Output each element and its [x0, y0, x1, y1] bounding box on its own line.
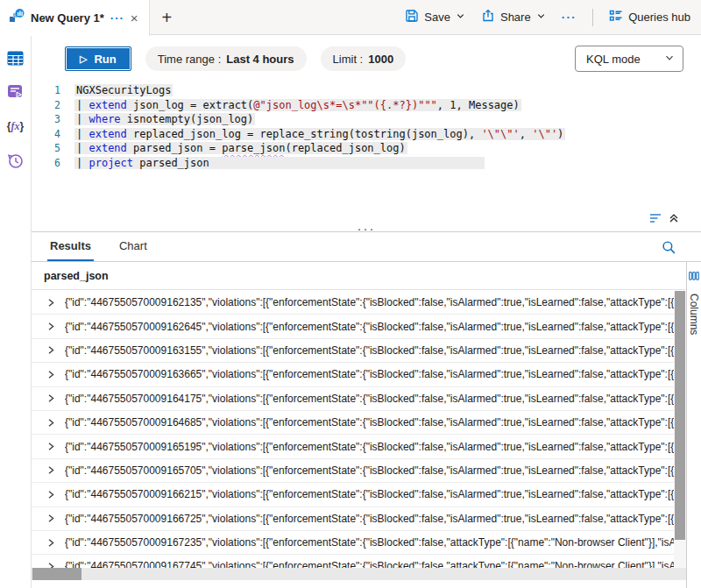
result-row[interactable]: {"id":"4467550570009164175","violations"… — [32, 387, 674, 411]
tab-results[interactable]: Results — [47, 232, 94, 261]
result-row[interactable]: {"id":"4467550570009165705","violations"… — [32, 459, 674, 483]
data-tables-icon[interactable] — [6, 48, 25, 67]
editor-line[interactable]: 3| where isnotempty(json_log) — [32, 112, 701, 127]
new-tab-button[interactable]: + — [162, 9, 173, 26]
more-actions-button[interactable]: ··· — [562, 11, 577, 24]
horizontal-scrollbar-thumb[interactable] — [32, 568, 81, 580]
row-json-cell: {"id":"4467550570009165195","violations"… — [65, 441, 674, 453]
search-icon[interactable] — [662, 240, 676, 259]
expand-row-icon[interactable] — [46, 514, 55, 523]
row-json-cell: {"id":"4467550570009167235","violations"… — [65, 536, 674, 549]
line-number: 3 — [32, 113, 74, 125]
expand-row-icon[interactable] — [46, 562, 55, 568]
play-icon: ▷ — [80, 54, 87, 64]
result-row[interactable]: {"id":"4467550570009162645","violations"… — [32, 315, 674, 338]
share-label: Share — [500, 11, 531, 24]
expand-row-icon[interactable] — [46, 370, 55, 379]
query-history-icon[interactable] — [6, 151, 25, 170]
collapse-editor-icon[interactable] — [668, 212, 680, 224]
result-row[interactable]: {"id":"4467550570009164685","violations"… — [32, 411, 674, 435]
result-row[interactable]: {"id":"4467550570009167745","violations"… — [32, 555, 674, 568]
result-row[interactable]: {"id":"4467550570009166725","violations"… — [32, 507, 674, 531]
time-range-pill[interactable]: Time range : Last 4 hours — [145, 46, 307, 71]
tab-more-icon[interactable]: ··· — [110, 11, 124, 25]
row-json-cell: {"id":"4467550570009164175","violations"… — [65, 393, 674, 405]
queries-hub-icon — [609, 9, 623, 25]
expand-row-icon[interactable] — [46, 418, 55, 428]
row-json-cell: {"id":"4467550570009162645","violations"… — [65, 321, 674, 333]
expand-row-icon[interactable] — [46, 393, 55, 403]
time-range-label: Time range : — [158, 53, 222, 66]
row-json-cell: {"id":"4467550570009165705","violations"… — [65, 464, 674, 477]
line-number: 2 — [32, 99, 74, 111]
editor-lines: 1NGXSecurityLogs2| extend json_log = ext… — [32, 83, 701, 170]
editor-line[interactable]: 4| extend replaced_json_log = replace_st… — [32, 127, 701, 142]
header-divider — [592, 9, 593, 26]
functions-icon[interactable]: {fx} — [6, 117, 25, 136]
save-button[interactable]: Save — [405, 9, 465, 25]
code-text: NGXSecurityLogs — [74, 84, 173, 96]
tab-new-query-1[interactable]: New Query 1* ··· × — [0, 0, 150, 36]
editor-actions — [648, 212, 680, 224]
kql-mode-dropdown[interactable]: KQL mode — [575, 46, 683, 72]
expand-row-icon[interactable] — [46, 345, 55, 355]
results-panel: Results Chart parsed_json {"id":"4467550… — [32, 232, 701, 588]
result-row[interactable]: {"id":"4467550570009165195","violations"… — [32, 435, 674, 458]
chevron-down-icon — [536, 11, 546, 24]
code-text: | extend replaced_json_log = replace_str… — [74, 128, 565, 140]
result-row[interactable]: {"id":"4467550570009162135","violations"… — [32, 291, 674, 315]
line-number: 1 — [32, 84, 74, 96]
code-text: | project parsed_json — [74, 157, 485, 169]
saved-queries-icon[interactable] — [6, 82, 25, 102]
results-grid: parsed_json {"id":"4467550570009162135",… — [32, 262, 701, 588]
editor-line[interactable]: 6| project parsed_json — [32, 156, 701, 171]
azure-data-explorer-app: New Query 1* ··· × + Save — [0, 0, 701, 588]
run-label: Run — [94, 53, 116, 66]
save-icon — [405, 9, 419, 25]
editor-line[interactable]: 1NGXSecurityLogs — [32, 83, 701, 98]
horizontal-scrollbar[interactable] — [32, 568, 686, 580]
expand-row-icon[interactable] — [46, 298, 55, 308]
line-number: 6 — [32, 157, 74, 169]
expand-row-icon[interactable] — [46, 538, 55, 548]
result-row[interactable]: {"id":"4467550570009167235","violations"… — [32, 531, 674, 555]
tab-chart[interactable]: Chart — [117, 232, 150, 261]
editor-line[interactable]: 5| extend parsed_json = parse_json(repla… — [32, 141, 701, 156]
limit-value: 1000 — [368, 53, 393, 66]
chevron-down-icon — [456, 11, 465, 24]
row-json-cell: {"id":"4467550570009166725","violations"… — [65, 513, 674, 525]
queries-hub-label: Queries hub — [628, 11, 690, 24]
time-range-value: Last 4 hours — [226, 53, 294, 66]
vertical-scrollbar-thumb[interactable] — [675, 291, 685, 540]
result-row[interactable]: {"id":"4467550570009166215","violations"… — [32, 483, 674, 507]
results-tabs: Results Chart — [32, 232, 701, 262]
share-button[interactable]: Share — [481, 9, 546, 25]
expand-row-icon[interactable] — [46, 322, 55, 331]
editor-line[interactable]: 2| extend json_log = extract(@"json_log\… — [32, 98, 701, 113]
left-rail: {fx} — [0, 35, 32, 588]
result-row[interactable]: {"id":"4467550570009163155","violations"… — [32, 339, 674, 363]
expand-row-icon[interactable] — [46, 490, 55, 499]
columns-panel-toggle[interactable]: Columns — [686, 262, 701, 588]
row-json-cell: {"id":"4467550570009162135","violations"… — [65, 296, 674, 308]
expand-row-icon[interactable] — [46, 465, 55, 475]
row-json-cell: {"id":"4467550570009163665","violations"… — [65, 368, 674, 380]
column-header-parsed-json[interactable]: parsed_json — [32, 262, 686, 290]
kql-mode-value: KQL mode — [586, 53, 641, 66]
query-panel: ▷ Run Time range : Last 4 hours Limit : … — [32, 35, 701, 232]
columns-icon — [689, 269, 699, 285]
vertical-scrollbar[interactable] — [674, 291, 686, 568]
format-query-icon[interactable] — [648, 212, 662, 224]
chevron-down-icon — [664, 53, 675, 66]
tab-title: New Query 1* — [31, 11, 104, 25]
row-json-cell: {"id":"4467550570009164685","violations"… — [65, 416, 674, 429]
row-json-cell: {"id":"4467550570009166215","violations"… — [65, 488, 674, 500]
limit-pill[interactable]: Limit : 1000 — [321, 46, 407, 71]
expand-row-icon[interactable] — [46, 442, 55, 451]
queries-hub-button[interactable]: Queries hub — [609, 9, 690, 25]
query-editor[interactable]: 1NGXSecurityLogs2| extend json_log = ext… — [32, 83, 701, 170]
tab-close-icon[interactable]: × — [131, 11, 138, 25]
code-text: | extend parsed_json = parse_json(replac… — [74, 142, 407, 154]
run-button[interactable]: ▷ Run — [65, 46, 131, 71]
result-row[interactable]: {"id":"4467550570009163665","violations"… — [32, 363, 674, 386]
